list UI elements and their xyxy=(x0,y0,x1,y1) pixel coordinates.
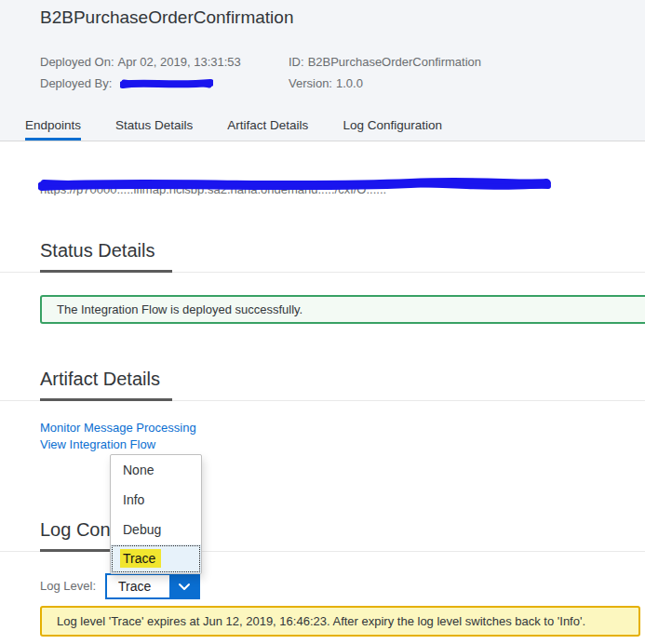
page-title: B2BPurchaseOrderConfirmation xyxy=(40,7,293,28)
redaction-scribble-icon xyxy=(120,78,213,89)
tab-artifact-details[interactable]: Artifact Details xyxy=(227,109,308,141)
id-label: ID: xyxy=(289,55,304,69)
view-integration-flow-link[interactable]: View Integration Flow xyxy=(40,437,155,451)
log-level-selected-value: Trace xyxy=(118,575,151,597)
page-header: B2BPurchaseOrderConfirmation Deployed On… xyxy=(0,0,645,141)
version-label: Version: xyxy=(289,76,332,90)
tab-endpoints[interactable]: Endpoints xyxy=(25,109,81,141)
chevron-down-icon xyxy=(178,583,191,591)
dropdown-option-none[interactable]: None xyxy=(111,455,201,485)
log-level-dropdown-popup: None Info Debug Trace xyxy=(110,454,202,574)
redaction-scribble-icon xyxy=(38,177,552,194)
heading-underline xyxy=(40,398,172,401)
deployed-on-label: Deployed On: xyxy=(40,55,114,69)
integration-flow-details-page: B2BPurchaseOrderConfirmation Deployed On… xyxy=(0,0,645,644)
tab-bar: Endpoints Status Details Artifact Detail… xyxy=(0,109,442,141)
log-level-expiry-warning-text: Log level 'Trace' expires at Jun 12, 201… xyxy=(57,614,585,628)
status-details-heading: Status Details xyxy=(40,240,155,262)
version: Version:1.0.0 xyxy=(289,76,363,90)
log-level-label: Log Level: xyxy=(40,579,96,593)
tab-log-configuration[interactable]: Log Configuration xyxy=(343,109,442,141)
log-level-dropdown-button[interactable] xyxy=(169,575,198,597)
deployed-on-value: Apr 02, 2019, 13:31:53 xyxy=(118,55,241,69)
status-success-message: The Integration Flow is deployed success… xyxy=(57,302,302,316)
deployed-on: Deployed On:Apr 02, 2019, 13:31:53 xyxy=(40,55,241,69)
log-level-select[interactable]: Trace xyxy=(105,573,200,599)
artifact-id: ID:B2BPurchaseOrderConfirmation xyxy=(289,55,481,69)
tab-status-details[interactable]: Status Details xyxy=(115,109,193,141)
deployed-by: Deployed By: xyxy=(40,76,213,90)
dropdown-option-info[interactable]: Info xyxy=(111,485,201,515)
artifact-details-heading: Artifact Details xyxy=(40,369,160,390)
version-value: 1.0.0 xyxy=(336,76,363,90)
highlighted-option-text: Trace xyxy=(120,549,161,568)
heading-underline xyxy=(40,270,172,273)
dropdown-option-trace[interactable]: Trace xyxy=(111,544,201,573)
log-level-expiry-warning-banner: Log level 'Trace' expires at Jun 12, 201… xyxy=(40,606,640,637)
id-value: B2BPurchaseOrderConfirmation xyxy=(308,55,481,69)
dropdown-option-debug[interactable]: Debug xyxy=(111,515,201,544)
deployed-by-label: Deployed By: xyxy=(40,76,112,90)
monitor-message-processing-link[interactable]: Monitor Message Processing xyxy=(40,421,196,435)
status-success-banner: The Integration Flow is deployed success… xyxy=(40,295,645,324)
